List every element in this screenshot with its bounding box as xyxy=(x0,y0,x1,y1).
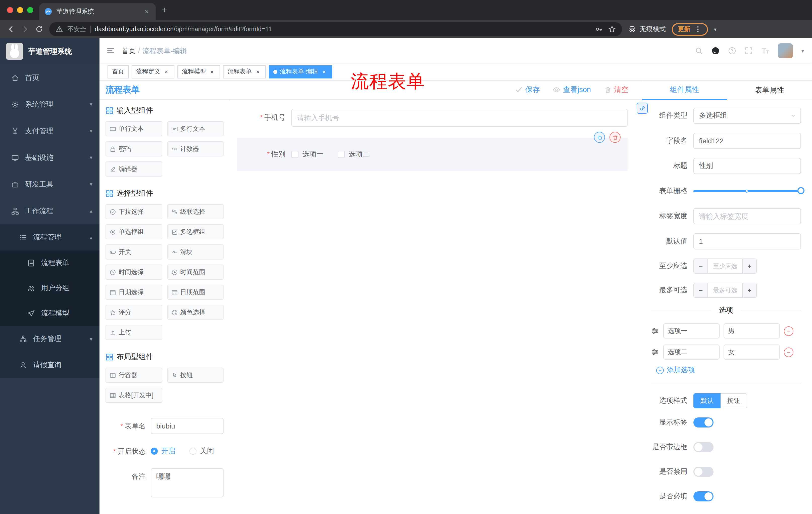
sidebar-item-workflow[interactable]: 工作流程 ▴ xyxy=(0,198,99,224)
tag-close-icon[interactable]: × xyxy=(163,68,170,75)
palette-item-checkbox-group[interactable]: 多选框组 xyxy=(167,224,224,239)
tag-home[interactable]: 首页 xyxy=(108,65,128,78)
field-name-input[interactable] xyxy=(693,133,801,149)
palette-item-slider[interactable]: 滑块 xyxy=(167,244,224,260)
tag-process-definition[interactable]: 流程定义× xyxy=(132,65,174,78)
tab-close-icon[interactable]: × xyxy=(143,7,151,16)
view-json-button[interactable]: 查看json xyxy=(553,85,591,94)
font-size-icon[interactable] xyxy=(761,47,769,55)
max-select-value[interactable]: 最多可选 xyxy=(708,283,742,297)
user-menu-caret-icon[interactable]: ▾ xyxy=(802,48,804,54)
browser-tab[interactable]: 芋道管理系统 × xyxy=(39,3,156,20)
sidebar-item-dev-tools[interactable]: 研发工具 ▾ xyxy=(0,171,99,198)
palette-item-cascader[interactable]: 级联选择 xyxy=(167,204,224,219)
tag-close-icon[interactable]: × xyxy=(321,68,328,75)
min-select-value[interactable]: 至少应选 xyxy=(708,259,742,273)
palette-item-rate[interactable]: 评分 xyxy=(106,305,162,320)
reload-icon[interactable] xyxy=(35,25,43,33)
form-grid-slider[interactable] xyxy=(693,183,801,199)
bookmark-star-icon[interactable] xyxy=(608,25,616,33)
status-on-radio[interactable]: 开启 xyxy=(151,447,175,456)
increase-button[interactable]: + xyxy=(742,259,756,273)
new-tab-button[interactable]: + xyxy=(162,5,167,15)
remove-option-button[interactable]: − xyxy=(784,347,793,357)
gender-option2-checkbox[interactable]: 选项二 xyxy=(338,150,370,159)
palette-item-switch[interactable]: 开关 xyxy=(106,244,162,260)
tag-close-icon[interactable]: × xyxy=(208,68,215,75)
option1-label-input[interactable] xyxy=(663,323,720,339)
decrease-button[interactable]: − xyxy=(694,283,708,297)
key-icon[interactable] xyxy=(595,25,603,33)
minimize-window-button[interactable] xyxy=(17,7,23,13)
fullscreen-icon[interactable] xyxy=(745,47,753,55)
sidebar-item-payment-management[interactable]: 支付管理 ▾ xyxy=(0,118,99,144)
browser-menu-icon[interactable] xyxy=(694,25,702,33)
disabled-switch[interactable] xyxy=(693,467,714,477)
breadcrumb-home[interactable]: 首页 xyxy=(122,47,136,55)
tag-process-form[interactable]: 流程表单× xyxy=(223,65,266,78)
palette-item-dropdown[interactable]: 下拉选择 xyxy=(106,204,162,219)
palette-item-date-picker[interactable]: 日期选择 xyxy=(106,285,162,300)
gender-option1-checkbox[interactable]: 选项一 xyxy=(291,150,324,159)
sidebar-item-infrastructure[interactable]: 基础设施 ▾ xyxy=(0,144,99,171)
option2-label-input[interactable] xyxy=(663,345,720,360)
drag-handle-icon[interactable] xyxy=(651,327,659,335)
sidebar-item-task-management[interactable]: 任务管理 ▾ xyxy=(0,326,99,352)
clear-button[interactable]: 清空 xyxy=(604,85,629,94)
copy-component-button[interactable] xyxy=(594,132,605,143)
delete-component-button[interactable] xyxy=(609,132,620,143)
phone-input[interactable] xyxy=(291,109,628,127)
save-button[interactable]: 保存 xyxy=(515,85,540,94)
palette-item-button[interactable]: 按钮 xyxy=(167,368,224,383)
component-type-select[interactable] xyxy=(693,108,801,124)
search-icon[interactable] xyxy=(695,47,703,55)
tab-component-props[interactable]: 组件属性 xyxy=(642,80,727,100)
palette-item-date-range[interactable]: 日期范围 xyxy=(167,285,224,300)
style-button-button[interactable]: 按钮 xyxy=(721,393,747,408)
selected-component-gender[interactable]: 性别 选项一 选项二 xyxy=(237,138,628,171)
sidebar-toggle-icon[interactable] xyxy=(107,47,115,55)
component-type-value[interactable] xyxy=(693,108,801,124)
palette-item-table[interactable]: 表格[开发中] xyxy=(106,388,162,403)
forward-icon[interactable] xyxy=(21,25,29,33)
palette-item-time-picker[interactable]: 时间选择 xyxy=(106,265,162,280)
update-button[interactable]: 更新 xyxy=(672,23,708,35)
form-remark-textarea[interactable]: 嘿嘿 xyxy=(151,468,224,497)
default-value-input[interactable] xyxy=(693,233,801,249)
palette-item-multi-line-text[interactable]: 多行文本 xyxy=(167,121,224,136)
sidebar-item-system-management[interactable]: 系统管理 ▾ xyxy=(0,91,99,118)
address-bar[interactable]: 不安全 dashboard.yudao.iocoder.cn/bpm/manag… xyxy=(49,22,622,36)
palette-item-upload[interactable]: 上传 xyxy=(106,325,162,340)
label-width-input[interactable] xyxy=(693,208,801,224)
title-input[interactable] xyxy=(693,158,801,174)
tag-close-icon[interactable]: × xyxy=(254,68,261,75)
palette-item-single-line-text[interactable]: 单行文本 xyxy=(106,121,162,136)
palette-item-editor[interactable]: 编辑器 xyxy=(106,161,162,177)
tag-process-model[interactable]: 流程模型× xyxy=(177,65,220,78)
palette-item-radio-group[interactable]: 单选框组 xyxy=(106,224,162,239)
sidebar-item-leave-query[interactable]: 请假查询 xyxy=(0,352,99,378)
close-window-button[interactable] xyxy=(7,7,13,13)
palette-item-password[interactable]: 密码 xyxy=(106,141,162,156)
drag-handle-icon[interactable] xyxy=(651,348,659,356)
sidebar-item-process-management[interactable]: 流程管理 ▴ xyxy=(0,224,99,250)
option1-value-input[interactable] xyxy=(724,323,780,339)
required-switch[interactable] xyxy=(693,491,714,502)
palette-item-counter[interactable]: 123计数器 xyxy=(167,141,224,156)
status-off-radio[interactable]: 关闭 xyxy=(190,447,214,456)
profile-caret-icon[interactable]: ▾ xyxy=(714,26,717,32)
tab-form-props[interactable]: 表单属性 xyxy=(727,80,812,100)
palette-item-time-range[interactable]: 时间范围 xyxy=(167,265,224,280)
add-option-button[interactable]: + 添加选项 xyxy=(656,366,801,375)
sidebar-item-process-model[interactable]: 流程模型 xyxy=(0,301,99,326)
palette-item-color-picker[interactable]: 颜色选择 xyxy=(167,305,224,320)
show-label-switch[interactable] xyxy=(693,417,714,428)
sidebar-item-user-group[interactable]: 用户分组 xyxy=(0,276,99,301)
back-icon[interactable] xyxy=(7,25,15,33)
border-switch[interactable] xyxy=(693,442,714,452)
slider-handle[interactable] xyxy=(798,187,805,194)
tag-process-form-edit[interactable]: 流程表单-编辑× xyxy=(269,65,332,78)
palette-item-row-container[interactable]: 行容器 xyxy=(106,368,162,383)
sidebar-item-process-form[interactable]: 流程表单 xyxy=(0,250,99,276)
sidebar-item-home[interactable]: 首页 xyxy=(0,64,99,91)
